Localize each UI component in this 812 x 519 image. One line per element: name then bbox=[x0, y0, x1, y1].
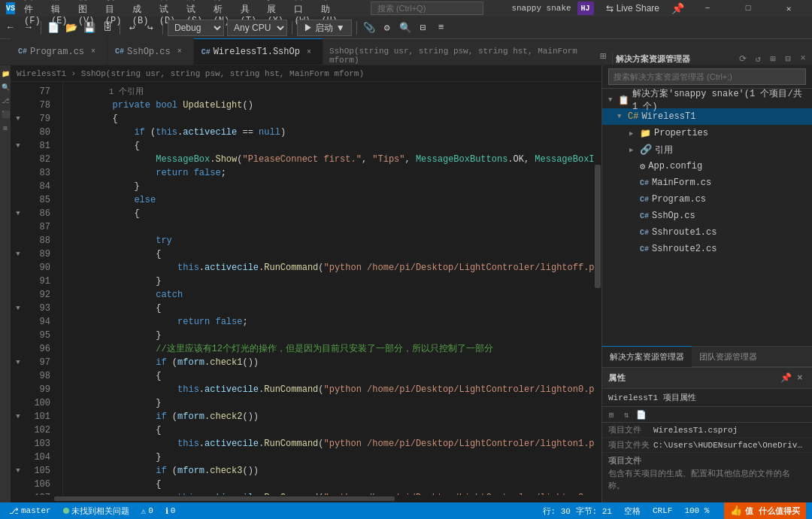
mainform-icon: C# bbox=[640, 179, 649, 187]
activity-search[interactable]: 🔍 bbox=[0, 82, 11, 93]
hscroll-track[interactable] bbox=[26, 496, 594, 501]
collapse-97[interactable]: ▼ bbox=[16, 359, 20, 366]
gutter-85 bbox=[11, 193, 26, 207]
tree-sshop[interactable]: C# SshOp.cs bbox=[602, 208, 812, 224]
close-button[interactable]: ✕ bbox=[771, 0, 806, 17]
collapse-86[interactable]: ▼ bbox=[16, 210, 20, 217]
collapse-79[interactable]: ▼ bbox=[16, 115, 20, 123]
tab-close-wireless[interactable]: × bbox=[303, 46, 315, 58]
panel-close-icon[interactable]: × bbox=[797, 53, 809, 65]
activity-explorer[interactable]: 📁 bbox=[0, 68, 11, 79]
collapse-101[interactable]: ▼ bbox=[16, 413, 20, 420]
tree-sshroute1[interactable]: C# Sshroute1.cs bbox=[602, 224, 812, 241]
status-info[interactable]: ℹ 0 bbox=[162, 506, 179, 516]
minimize-button[interactable]: − bbox=[690, 0, 725, 17]
status-encoding[interactable]: CRLF bbox=[650, 506, 675, 515]
tab-close-sshop[interactable]: × bbox=[174, 46, 186, 58]
ln-105: 105 bbox=[26, 464, 56, 478]
redo-btn[interactable]: ↪ bbox=[143, 20, 158, 35]
forward-btn[interactable]: → bbox=[21, 20, 36, 35]
tab-program-cs[interactable]: C# Program.cs × bbox=[11, 38, 108, 65]
props-sort-icon[interactable]: ⇅ bbox=[620, 408, 632, 420]
activity-extensions[interactable]: ⊞ bbox=[0, 123, 11, 133]
right-tab-team[interactable]: 团队资源管理器 bbox=[692, 346, 765, 367]
tree-sshroute2[interactable]: C# Sshroute2.cs bbox=[602, 241, 812, 257]
status-zoom[interactable]: 100 % bbox=[681, 506, 712, 515]
tab-label-program: Program.cs bbox=[30, 47, 84, 57]
prop-row-folder: 项目文件夹 C:\Users\HUDENsurface\OneDrive\C# bbox=[602, 438, 812, 453]
save-btn[interactable]: 💾 bbox=[82, 20, 97, 35]
tab-strip: C# Program.cs × C# SshOp.cs × C# Wireles… bbox=[0, 39, 812, 65]
status-errors[interactable]: 未找到相关问题 bbox=[60, 505, 132, 517]
errors-label: 未找到相关问题 bbox=[71, 505, 129, 517]
toolbar-sep-1 bbox=[41, 21, 41, 35]
tree-program[interactable]: C# Program.cs bbox=[602, 191, 812, 208]
prop-desc-title: 项目文件 bbox=[608, 456, 806, 467]
pin-icon[interactable]: 📌 bbox=[671, 2, 684, 15]
horizontal-scrollbar[interactable] bbox=[11, 495, 601, 502]
sshroute2-label: Sshroute2.cs bbox=[652, 244, 717, 254]
tree-references[interactable]: ▶ 🔗 引用 bbox=[602, 141, 812, 158]
tree-mainform[interactable]: C# MainForm.cs bbox=[602, 175, 812, 191]
sshroute1-label: Sshroute1.cs bbox=[652, 227, 717, 238]
open-btn[interactable]: 📂 bbox=[64, 20, 79, 35]
tree-appconfig[interactable]: ⚙ App.config bbox=[602, 158, 812, 175]
cpu-dropdown[interactable]: Any CPU x86 x64 bbox=[227, 20, 287, 36]
tab-sshop-cs[interactable]: C# SshOp.cs × bbox=[108, 38, 194, 65]
status-branch[interactable]: ⎇ master bbox=[6, 506, 54, 516]
scrollbar-thumb[interactable] bbox=[595, 165, 601, 289]
gutter-104 bbox=[11, 451, 26, 464]
undo-btn[interactable]: ↩ bbox=[125, 20, 140, 35]
toolbar-btn-8[interactable]: ≡ bbox=[434, 20, 449, 35]
activity-git[interactable]: ⎇ bbox=[0, 96, 11, 106]
project-expand-arrow: ▼ bbox=[617, 113, 625, 120]
tab-label-sshop: SshOp.cs bbox=[127, 47, 171, 57]
refresh-icon[interactable]: ↺ bbox=[752, 53, 764, 65]
back-btn[interactable]: ← bbox=[3, 20, 18, 35]
toolbar-btn-5[interactable]: ⚙ bbox=[380, 20, 395, 35]
props-grid-icon[interactable]: ⊞ bbox=[605, 408, 617, 420]
sync-icon[interactable]: ⟳ bbox=[737, 53, 749, 65]
activity-debug[interactable]: ⬛ bbox=[0, 109, 11, 120]
props-pin-icon[interactable]: 📌 bbox=[780, 372, 792, 384]
tab-close-program[interactable]: × bbox=[87, 46, 99, 58]
filter-icon[interactable]: ⊞ bbox=[767, 53, 779, 65]
gutter-103 bbox=[11, 437, 26, 451]
gutter-106 bbox=[11, 478, 26, 491]
tab-expand-icon[interactable]: ⊞ bbox=[600, 50, 606, 62]
collapse-81[interactable]: ▼ bbox=[16, 142, 20, 150]
props-page-icon[interactable]: 📄 bbox=[635, 408, 647, 420]
live-share-button[interactable]: ⇆ Live Share bbox=[600, 0, 665, 17]
tree-properties[interactable]: ▶ 📁 Properties bbox=[602, 125, 812, 141]
watermark-banner[interactable]: 👍 值 什么值得买 bbox=[724, 502, 806, 519]
collapse-105[interactable]: ▼ bbox=[16, 467, 20, 475]
prop-key-folder: 项目文件夹 bbox=[608, 439, 653, 451]
debug-dropdown[interactable]: Debug Release bbox=[168, 20, 224, 36]
right-tab-solution[interactable]: 解决方案资源管理器 bbox=[602, 346, 692, 367]
status-position[interactable]: 行: 30 字节: 21 bbox=[540, 505, 615, 517]
toolbar-btn-7[interactable]: ⊟ bbox=[416, 20, 431, 35]
solution-search[interactable] bbox=[608, 68, 806, 85]
status-space[interactable]: 空格 bbox=[621, 505, 644, 517]
maximize-button[interactable]: □ bbox=[731, 0, 765, 17]
right-tab-solution-label: 解决方案资源管理器 bbox=[610, 351, 684, 363]
global-search[interactable] bbox=[371, 2, 483, 15]
hscroll-thumb[interactable] bbox=[54, 496, 395, 501]
tree-solution[interactable]: ▼ 📋 解决方案'snappy snake'(1 个项目/共 1 个) bbox=[602, 92, 812, 108]
props-close-icon[interactable]: × bbox=[794, 372, 806, 384]
vertical-scrollbar[interactable] bbox=[594, 82, 601, 495]
attach-btn[interactable]: 📎 bbox=[362, 20, 377, 35]
toolbar-btn-6[interactable]: 🔍 bbox=[398, 20, 413, 35]
project-name: snappy snake bbox=[511, 4, 571, 13]
collapse-89[interactable]: ▼ bbox=[16, 250, 20, 258]
collapse-all-icon[interactable]: ⊟ bbox=[782, 53, 794, 65]
run-button[interactable]: ▶ 启动 ▼ bbox=[297, 20, 352, 36]
new-file-btn[interactable]: 📄 bbox=[46, 20, 61, 35]
tab-icon-sshop: C# bbox=[115, 47, 124, 56]
collapse-93[interactable]: ▼ bbox=[16, 305, 20, 312]
code-content[interactable]: 1 个引用 private bool UpdateLight() { if (t… bbox=[63, 82, 594, 495]
save-all-btn[interactable]: 🗄 bbox=[100, 20, 115, 35]
tab-wirelesst1[interactable]: C# WirelessT1.SshOp × bbox=[194, 38, 323, 65]
status-warnings[interactable]: ⚠ 0 bbox=[138, 506, 156, 516]
ln-93: 93 bbox=[26, 302, 56, 315]
